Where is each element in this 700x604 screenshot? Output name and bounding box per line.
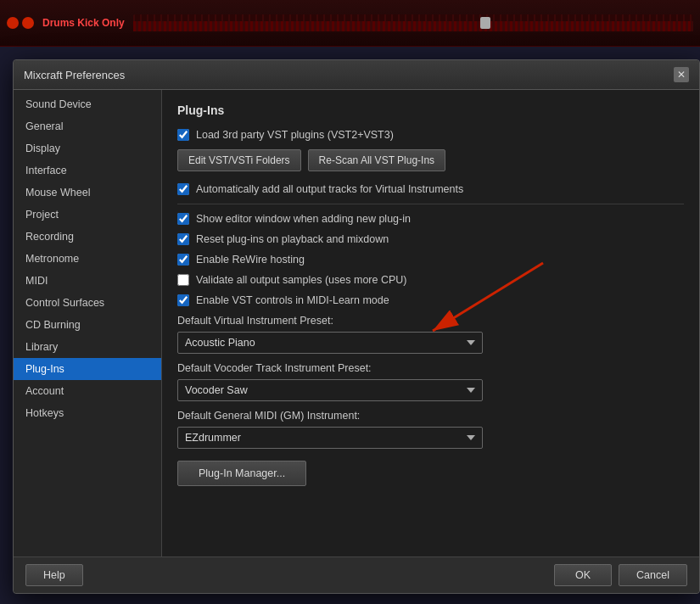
sidebar-item-plug-ins[interactable]: Plug-Ins [14,358,161,380]
default-midi-row: EZdrummer [177,427,684,449]
sidebar-item-cd-burning[interactable]: CD Burning [14,314,161,336]
checkbox-auto-add: Automatically add all output tracks for … [177,183,684,195]
checkbox-load-3rd-party: Load 3rd party VST plugins (VST2+VST3) [177,129,684,141]
default-vsti-dropdown[interactable]: Acoustic Piano [177,332,483,354]
checkbox-reset-plugins-label: Reset plug-ins on playback and mixdown [196,233,389,245]
record-indicator [7,17,19,29]
separator-1 [177,204,684,204]
track-timeline[interactable] [133,14,693,31]
default-vsti-row: Acoustic Piano [177,332,684,354]
sidebar-item-account[interactable]: Account [14,380,161,402]
playhead[interactable] [480,17,490,29]
checkbox-vst-midi-learn-input[interactable] [177,294,189,306]
default-midi-dropdown[interactable]: EZdrummer [177,427,483,449]
cancel-button[interactable]: Cancel [619,564,687,586]
ok-button[interactable]: OK [554,564,612,586]
checkbox-show-editor-label: Show editor window when adding new plug-… [196,213,411,225]
default-vocoder-label: Default Vocoder Track Instrument Preset: [177,362,684,374]
default-vsti-label: Default Virtual Instrument Preset: [177,315,684,327]
main-panel: Plug-Ins Load 3rd party VST plugins (VST… [162,90,699,556]
sidebar-item-recording[interactable]: Recording [14,226,161,248]
dialog-title: Mixcraft Preferences [24,69,125,81]
sidebar-item-library[interactable]: Library [14,336,161,358]
checkbox-vst-midi-learn-label: Enable VST controls in MIDI-Learn mode [196,294,389,306]
footer-right-buttons: OK Cancel [554,564,687,586]
sidebar-item-display[interactable]: Display [14,137,161,159]
vst-buttons-row: Edit VST/VSTi Folders Re-Scan All VST Pl… [177,149,684,171]
sidebar: Sound DeviceGeneralDisplayInterfaceMouse… [14,90,162,556]
default-vocoder-row: Vocoder Saw [177,379,684,401]
sidebar-item-control-surfaces[interactable]: Control Surfaces [14,292,161,314]
rescan-vst-button[interactable]: Re-Scan All VST Plug-Ins [308,149,446,171]
track-title: Drums Kick Only [42,17,125,29]
plugin-manager-button[interactable]: Plug-In Manager... [177,461,306,486]
checkbox-validate-output-input[interactable] [177,274,189,286]
default-midi-label: Default General MIDI (GM) Instrument: [177,410,684,422]
top-bar: Drums Kick Only [0,0,700,47]
sidebar-item-mouse-wheel[interactable]: Mouse Wheel [14,182,161,204]
sidebar-item-metronome[interactable]: Metronome [14,248,161,270]
checkbox-validate-output: Validate all output samples (uses more C… [177,274,684,286]
dialog-titlebar: Mixcraft Preferences ✕ [14,60,699,90]
checkbox-vst-midi-learn: Enable VST controls in MIDI-Learn mode [177,294,684,306]
sidebar-item-project[interactable]: Project [14,204,161,226]
dialog-body: Sound DeviceGeneralDisplayInterfaceMouse… [14,90,699,556]
sidebar-item-midi[interactable]: MIDI [14,270,161,292]
checkbox-load-3rd-party-label: Load 3rd party VST plugins (VST2+VST3) [196,129,394,141]
preferences-dialog: Mixcraft Preferences ✕ Sound DeviceGener… [13,59,700,594]
sidebar-item-general[interactable]: General [14,115,161,137]
window-controls: Drums Kick Only [7,17,125,29]
default-vocoder-dropdown[interactable]: Vocoder Saw [177,379,483,401]
section-title: Plug-Ins [177,103,684,117]
checkbox-enable-rewire-input[interactable] [177,254,189,266]
checkbox-auto-add-label: Automatically add all output tracks for … [196,183,463,195]
dialog-footer: Help OK Cancel [14,556,699,593]
checkbox-enable-rewire: Enable ReWire hosting [177,254,684,266]
checkbox-validate-output-label: Validate all output samples (uses more C… [196,274,407,286]
checkbox-show-editor: Show editor window when adding new plug-… [177,213,684,225]
help-button[interactable]: Help [25,564,83,586]
close-button[interactable]: ✕ [674,67,689,82]
checkbox-enable-rewire-label: Enable ReWire hosting [196,254,305,266]
checkbox-auto-add-input[interactable] [177,183,189,195]
sidebar-item-sound-device[interactable]: Sound Device [14,93,161,115]
checkbox-show-editor-input[interactable] [177,213,189,225]
checkbox-reset-plugins-input[interactable] [177,233,189,245]
sidebar-item-interface[interactable]: Interface [14,159,161,182]
checkbox-reset-plugins: Reset plug-ins on playback and mixdown [177,233,684,245]
waveform [133,21,693,31]
status-dot [22,17,34,29]
edit-vst-folders-button[interactable]: Edit VST/VSTi Folders [177,149,301,171]
sidebar-item-hotkeys[interactable]: Hotkeys [14,402,161,424]
checkbox-load-3rd-party-input[interactable] [177,129,189,141]
